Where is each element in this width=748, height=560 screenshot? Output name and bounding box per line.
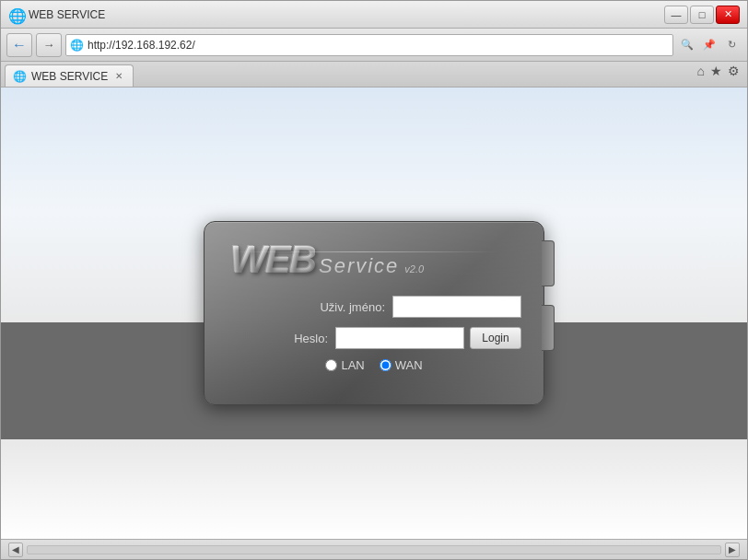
wan-label: WAN bbox=[395, 358, 423, 372]
wan-option[interactable]: WAN bbox=[380, 358, 423, 372]
logo-web-text: WEB bbox=[230, 240, 315, 279]
browser-content: WEB Service v2.0 Uživ. jméno: Heslo: Log… bbox=[1, 88, 747, 539]
username-label: Uživ. jméno: bbox=[302, 300, 385, 314]
tab-close-button[interactable]: ✕ bbox=[112, 70, 125, 83]
address-field-wrap: 🌐 bbox=[65, 34, 673, 56]
ie-icon: 🌐 bbox=[70, 39, 84, 52]
browser-window: 🌐 WEB SERVICE — □ ✕ ← → 🌐 🔍 📌 ↻ 🌐 WEB SE… bbox=[0, 0, 748, 560]
scroll-track[interactable] bbox=[27, 545, 721, 554]
tab-bar: 🌐 WEB SERVICE ✕ ⌂ ★ ⚙ bbox=[1, 62, 747, 88]
pin-icon[interactable]: 📌 bbox=[699, 35, 719, 55]
lan-option[interactable]: LAN bbox=[325, 358, 364, 372]
login-panel: WEB Service v2.0 Uživ. jméno: Heslo: Log… bbox=[204, 221, 544, 405]
scroll-left-button[interactable]: ◀ bbox=[8, 542, 23, 557]
tab-title: WEB SERVICE bbox=[31, 70, 108, 83]
active-tab[interactable]: 🌐 WEB SERVICE ✕ bbox=[5, 64, 134, 87]
address-input[interactable] bbox=[88, 39, 669, 52]
search-icon[interactable]: 🔍 bbox=[677, 35, 697, 55]
wan-radio[interactable] bbox=[380, 359, 392, 371]
title-bar-left: 🌐 WEB SERVICE bbox=[8, 7, 105, 22]
password-label: Heslo: bbox=[245, 332, 328, 345]
refresh-icon[interactable]: ↻ bbox=[721, 35, 742, 55]
address-actions: 🔍 📌 ↻ bbox=[677, 35, 742, 55]
maximize-button[interactable]: □ bbox=[690, 6, 714, 24]
logo-service-text: Service bbox=[319, 254, 399, 278]
favorites-icon[interactable]: ★ bbox=[710, 64, 722, 78]
settings-icon[interactable]: ⚙ bbox=[728, 64, 740, 78]
username-input[interactable] bbox=[392, 296, 521, 318]
login-button[interactable]: Login bbox=[470, 327, 521, 349]
login-form: Uživ. jméno: Heslo: Login LAN WAN bbox=[227, 296, 521, 372]
address-bar: ← → 🌐 🔍 📌 ↻ bbox=[1, 29, 747, 62]
side-tab-top bbox=[542, 240, 555, 286]
status-bar: ◀ ▶ bbox=[1, 539, 747, 559]
password-input[interactable] bbox=[335, 327, 464, 349]
home-icon[interactable]: ⌂ bbox=[697, 64, 705, 78]
page-bg-bottom bbox=[1, 439, 747, 539]
logo-version-text: v2.0 bbox=[404, 263, 424, 274]
lan-radio[interactable] bbox=[325, 359, 337, 371]
network-type-row: LAN WAN bbox=[227, 358, 521, 372]
browser-toolbar-right: ⌂ ★ ⚙ bbox=[697, 64, 740, 78]
title-bar-controls: — □ ✕ bbox=[664, 6, 740, 24]
title-bar: 🌐 WEB SERVICE — □ ✕ bbox=[1, 1, 747, 29]
back-button[interactable]: ← bbox=[6, 33, 32, 57]
logo-decorative-line bbox=[227, 251, 497, 252]
side-tab-bottom bbox=[542, 305, 555, 351]
web-service-logo: WEB Service v2.0 bbox=[227, 240, 521, 279]
lan-label: LAN bbox=[341, 358, 364, 372]
scroll-right-button[interactable]: ▶ bbox=[725, 542, 740, 557]
forward-button[interactable]: → bbox=[36, 33, 62, 57]
username-row: Uživ. jméno: bbox=[227, 296, 521, 318]
title-bar-text: WEB SERVICE bbox=[29, 8, 105, 21]
minimize-button[interactable]: — bbox=[664, 6, 688, 24]
close-button[interactable]: ✕ bbox=[716, 6, 740, 24]
browser-logo-icon: 🌐 bbox=[8, 7, 23, 22]
tab-icon: 🌐 bbox=[13, 70, 27, 83]
password-row: Heslo: Login bbox=[227, 327, 521, 349]
